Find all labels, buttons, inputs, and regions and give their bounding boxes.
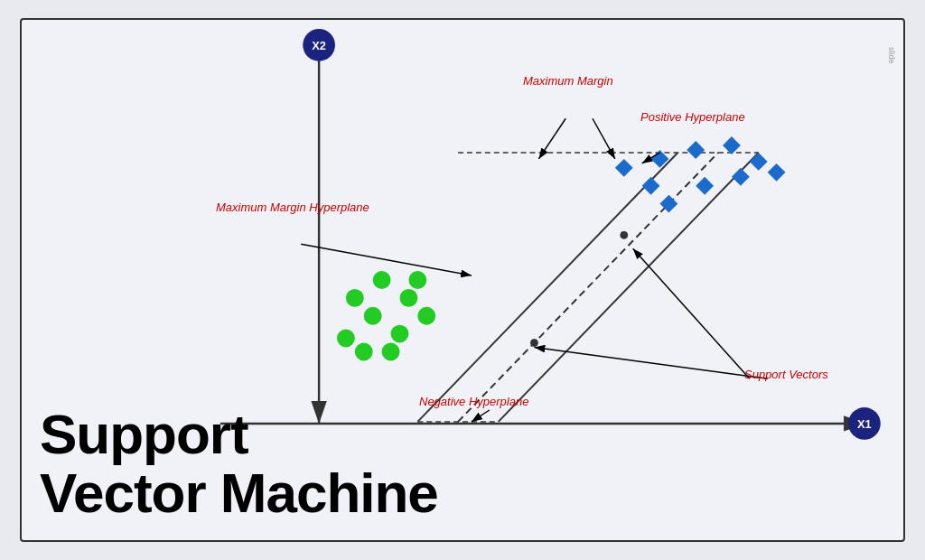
slide-container: X2 X1 [20, 18, 905, 542]
svg-point-19 [417, 307, 435, 325]
svg-point-18 [337, 330, 355, 348]
svg-text:X1: X1 [857, 417, 872, 431]
watermark: slide [887, 47, 896, 64]
svg-marker-30 [768, 163, 786, 182]
support-vectors-label: Support Vectors [744, 368, 828, 382]
maximum-margin-hyperplane-label: Maximum Margin Hyperplane [216, 201, 369, 215]
svg-marker-32 [642, 177, 660, 195]
svg-marker-27 [750, 153, 768, 171]
svg-point-22 [382, 343, 400, 361]
svg-point-21 [355, 343, 373, 361]
svg-text:X2: X2 [312, 39, 326, 52]
svg-marker-23 [615, 159, 633, 177]
svg-point-14 [373, 271, 391, 289]
svg-point-33 [621, 231, 628, 238]
svg-point-15 [399, 289, 417, 307]
svg-marker-25 [687, 141, 705, 159]
maximum-margin-label: Maximum Margin [523, 74, 613, 89]
svg-marker-26 [723, 136, 741, 154]
svg-point-17 [391, 325, 409, 343]
svg-line-40 [633, 248, 750, 378]
svg-line-9 [499, 153, 759, 422]
slide-title: Support Vector Machine [40, 405, 438, 522]
svg-line-41 [534, 347, 767, 378]
title-line1: Support [40, 405, 438, 463]
svg-point-16 [364, 307, 382, 325]
svg-marker-28 [696, 177, 714, 195]
svg-line-8 [417, 153, 677, 422]
svg-line-37 [301, 244, 472, 275]
svg-line-39 [472, 410, 490, 422]
svg-point-13 [346, 289, 364, 307]
svg-marker-29 [732, 168, 750, 186]
svg-line-10 [458, 153, 718, 422]
svg-point-34 [530, 340, 537, 347]
title-line2: Vector Machine [40, 463, 438, 522]
positive-hyperplane-label: Positive Hyperplane [640, 110, 745, 125]
svg-point-20 [408, 271, 426, 289]
